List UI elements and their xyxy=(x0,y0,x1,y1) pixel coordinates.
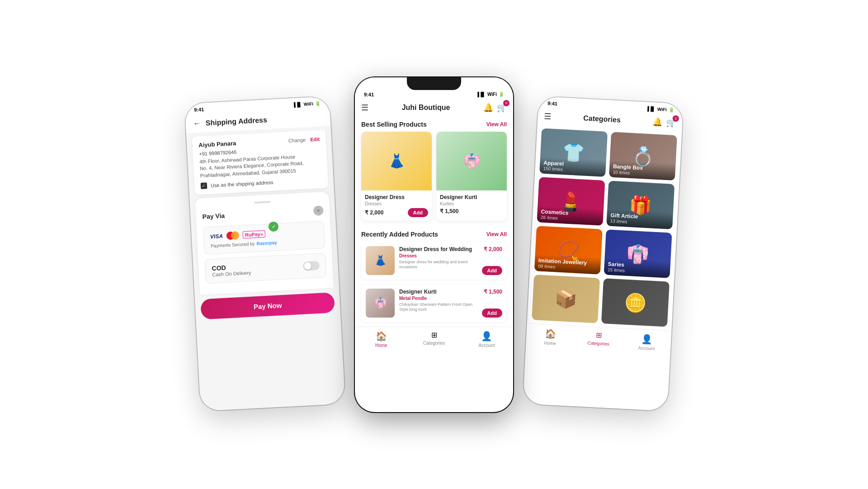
phone-shipping-payment: 9:41 ▐▐▌ WiFi 🔋 ← Shipping Address Aiyub… xyxy=(184,96,345,411)
back-button[interactable]: ← xyxy=(193,118,201,128)
list-item-cat-kurti2: Metal Pendle xyxy=(399,296,477,301)
razorpay-brand: Razorpay xyxy=(256,240,277,246)
phone3-screen: 9:41 ▐▐▌ WiFi 🔋 ☰ Categories 🔔 🛒 0 xyxy=(523,96,683,411)
product-price-kurti: ₹ 1,500 xyxy=(440,208,458,214)
cat-nav-home-label: Home xyxy=(544,340,556,346)
visa-logo: VISA xyxy=(210,233,223,239)
list-item-name-kurti2: Designer Kurti xyxy=(399,289,477,295)
nav-account-label: Account xyxy=(479,343,495,348)
list-item-name-wedding: Designer Dress for Wedding xyxy=(399,246,477,252)
pay-via-sheet: Pay Via × VISA RuPay» ✓ P xyxy=(195,191,334,294)
nav-categories[interactable]: ⊞ Categories xyxy=(408,331,461,348)
payment-selected-check: ✓ xyxy=(269,221,279,232)
customer-name: Aiyub Panara xyxy=(198,139,236,148)
category-card-saries[interactable]: 👘 Saries 15 itmes xyxy=(604,229,672,278)
cat-nav-categories-label: Categories xyxy=(587,340,609,347)
product-name-dress: Designer Dress xyxy=(365,194,428,200)
nav-home[interactable]: 🏠 Home xyxy=(355,331,408,348)
best-selling-header: Best Selling Products View All xyxy=(355,116,513,132)
cat-saries-overlay: Saries 15 itmes xyxy=(604,258,671,278)
list-item-cat-wedding: Dresses xyxy=(399,253,477,258)
online-payment-option[interactable]: VISA RuPay» ✓ Payments Secured by Razorp… xyxy=(203,221,326,255)
category-card-bangle[interactable]: 💍 Bangle Box 10 itmes xyxy=(609,132,677,180)
list-item-kurti2[interactable]: 👘 Designer Kurti Metal Pendle Chikankari… xyxy=(361,284,507,322)
categories-icon: ⊞ xyxy=(431,331,437,339)
best-selling-title: Best Selling Products xyxy=(361,121,427,128)
list-item-price-col-wedding: ₹ 2,000 Add xyxy=(482,246,502,275)
best-selling-grid: 👗 Designer Dress Dresses ₹ 2,000 Add 👘 D… xyxy=(355,132,513,226)
cat-menu-button[interactable]: ☰ xyxy=(544,111,552,121)
cod-row: COD Cash On Delivery xyxy=(212,259,320,277)
list-price-wedding: ₹ 2,000 xyxy=(484,246,502,252)
bell-icon[interactable]: 🔔 xyxy=(483,103,493,113)
cat-nav-home[interactable]: 🏠 Home xyxy=(526,327,575,347)
change-address-button[interactable]: Change xyxy=(288,137,306,143)
address-card: Aiyub Panara Change Edit +91 9998792646 … xyxy=(192,129,328,195)
cat-bell-icon[interactable]: 🔔 xyxy=(652,117,663,127)
list-price-kurti2: ₹ 1,500 xyxy=(484,289,502,295)
categories-title: Categories xyxy=(583,114,621,124)
cart-badge: 0 xyxy=(503,100,509,106)
phone2-status-icons: ▐▐▌ WiFi 🔋 xyxy=(476,92,504,97)
phone3-status-icons: ▐▐▌ WiFi 🔋 xyxy=(646,105,674,112)
list-item-price-col-kurti2: ₹ 1,500 Add xyxy=(482,289,502,318)
product-card-dress[interactable]: 👗 Designer Dress Dresses ₹ 2,000 Add xyxy=(361,132,432,221)
product-card-kurti[interactable]: 👘 Designer Kurti Kurties ₹ 1,500 xyxy=(436,132,507,221)
phone1-screen: 9:41 ▐▐▌ WiFi 🔋 ← Shipping Address Aiyub… xyxy=(184,96,345,411)
cat-nav-account-label: Account xyxy=(638,345,655,351)
cart-button[interactable]: 🛒 0 xyxy=(497,103,507,113)
list-item-desc-kurti2: Chikankari Sherwani Pattern Front Open S… xyxy=(399,302,477,313)
category-card-gift[interactable]: 🎁 Gift Article 13 itmes xyxy=(606,180,675,229)
product-info-kurti: Designer Kurti Kurties ₹ 1,500 xyxy=(436,190,507,218)
cat-cosmetics-overlay: Cosmetics 28 itmes xyxy=(537,205,604,226)
recently-added-view-all[interactable]: View All xyxy=(486,231,507,237)
phone-boutique: 9:41 ▐▐▌ WiFi 🔋 ☰ Juhi Boutique 🔔 🛒 0 xyxy=(355,77,513,412)
cat-cart-badge: 0 xyxy=(672,115,679,122)
home-icon: 🏠 xyxy=(376,331,387,342)
pay-now-button[interactable]: Pay Now xyxy=(200,292,335,319)
category-card-misc2[interactable]: 🪙 xyxy=(601,278,670,327)
category-card-apparel[interactable]: 👕 Apparel 150 itmes xyxy=(539,128,608,177)
address-line1: 4th Floor, Ashirwad Paras Corporate Hous… xyxy=(199,152,321,179)
category-card-misc1[interactable]: 📦 xyxy=(532,275,600,323)
cat-nav-categories[interactable]: ⊞ Categories xyxy=(574,329,623,349)
pay-via-title: Pay Via xyxy=(202,212,225,220)
product-name-kurti: Designer Kurti xyxy=(440,194,503,200)
cat-apparel-overlay: Apparel 150 itmes xyxy=(539,157,606,177)
phones-container: 9:41 ▐▐▌ WiFi 🔋 ← Shipping Address Aiyub… xyxy=(183,68,685,421)
add-wedding-dress-button[interactable]: Add xyxy=(482,266,502,275)
address-actions: Change Edit xyxy=(288,136,320,143)
phone2-bottom-nav: 🏠 Home ⊞ Categories 👤 Account xyxy=(355,327,513,351)
toggle-thumb xyxy=(304,262,311,270)
sheet-handle xyxy=(254,201,270,204)
shipping-checkbox[interactable]: ✓ xyxy=(201,182,208,189)
cat-jewellery-overlay: Imitation Jewellery 08 itmes xyxy=(534,254,601,275)
nav-home-label: Home xyxy=(375,343,387,348)
cod-toggle[interactable] xyxy=(303,261,320,271)
cat-nav-account[interactable]: 👤 Account xyxy=(622,332,671,352)
checkbox-label: Use as the shipping address xyxy=(211,179,274,188)
close-sheet-button[interactable]: × xyxy=(313,205,324,216)
boutique-header: ☰ Juhi Boutique 🔔 🛒 0 xyxy=(355,99,513,116)
product-price-row-dress: ₹ 2,000 Add xyxy=(365,208,428,217)
category-card-jewellery[interactable]: 📿 Imitation Jewellery 08 itmes xyxy=(534,226,603,275)
boutique-title: Juhi Boutique xyxy=(402,104,450,112)
cat-cart-button[interactable]: 🛒 0 xyxy=(666,117,676,128)
phone1-time: 9:41 xyxy=(194,106,204,112)
menu-button[interactable]: ☰ xyxy=(361,103,368,113)
list-item-wedding-dress[interactable]: 👗 Designer Dress for Wedding Dresses Des… xyxy=(361,242,507,280)
rupay-logo: RuPay» xyxy=(242,230,265,239)
edit-address-button[interactable]: Edit xyxy=(310,136,320,142)
category-card-cosmetics[interactable]: 💄 Cosmetics 28 itmes xyxy=(537,177,605,226)
add-kurti2-button[interactable]: Add xyxy=(482,309,502,318)
nav-categories-label: Categories xyxy=(423,341,445,346)
phone2-screen: 9:41 ▐▐▌ WiFi 🔋 ☰ Juhi Boutique 🔔 🛒 0 xyxy=(355,77,513,412)
cat-misc1-bg: 📦 xyxy=(532,275,600,323)
phone-categories: 9:41 ▐▐▌ WiFi 🔋 ☰ Categories 🔔 🛒 0 xyxy=(523,96,683,411)
cat-bangle-overlay: Bangle Box 10 itmes xyxy=(609,160,676,180)
list-item-info-wedding: Designer Dress for Wedding Dresses Desig… xyxy=(399,246,477,275)
nav-account[interactable]: 👤 Account xyxy=(460,331,513,348)
add-dress-button[interactable]: Add xyxy=(408,208,428,217)
cod-payment-option[interactable]: COD Cash On Delivery xyxy=(205,253,327,284)
best-selling-view-all[interactable]: View All xyxy=(486,121,507,128)
